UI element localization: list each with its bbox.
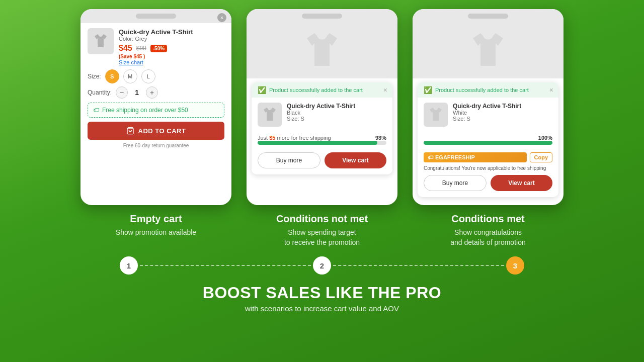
- label-block-3: Conditions met Show congratulationsand d…: [413, 213, 564, 247]
- phone2-popup-actions: Buy more View cart: [252, 152, 392, 174]
- coupon-badge: 🏷 EGAFREESHIP: [424, 152, 527, 162]
- popup2-product: Quick-dry Active T-Shirt Black Size: S: [252, 98, 392, 132]
- phone3-top-bar: [413, 9, 564, 23]
- qty-increase-button[interactable]: +: [146, 86, 158, 99]
- price-current: $45: [119, 44, 132, 53]
- step-3-label: 3: [513, 261, 517, 270]
- phones-section: × Quick-dry Active T-Shirt Color: Grey $…: [0, 0, 644, 205]
- popup2-close-button[interactable]: ×: [383, 86, 387, 94]
- popup2-product-image: [258, 103, 282, 127]
- phone3-popup: ✅ Product successfully added to the cart…: [418, 82, 558, 197]
- phone2-progress-text: Just $5 more for free shipping: [258, 135, 331, 141]
- popup3-product-size: Size: S: [453, 116, 521, 122]
- phone3-mockup: ✅ Product successfully added to the cart…: [413, 9, 564, 205]
- popup3-header: ✅ Product successfully added to the cart…: [418, 82, 558, 98]
- phone1-notch: [136, 14, 176, 19]
- popup3-success-text: Product successfully added to the cart: [435, 87, 529, 93]
- phone3-view-cart-button[interactable]: View cart: [491, 175, 552, 191]
- size-btn-m[interactable]: M: [123, 69, 137, 83]
- popup3-product-image: [424, 103, 448, 127]
- coupon-congrats: Congratulations! You're now applicable t…: [418, 165, 558, 175]
- phone1-close-button[interactable]: ×: [217, 13, 226, 22]
- discount-badge: -50%: [150, 45, 167, 52]
- phone3-progress-percent: 100%: [538, 135, 552, 141]
- product-image: [88, 28, 114, 54]
- popup3-product-color: White: [453, 110, 521, 116]
- phone2-buy-more-button[interactable]: Buy more: [258, 152, 320, 168]
- step-1-circle[interactable]: 1: [120, 256, 138, 275]
- steps-row: 1 2 3: [0, 247, 644, 283]
- label-desc-1: Show promotion available: [80, 228, 231, 238]
- check-icon-3: ✅: [424, 86, 432, 94]
- phone1-top-bar: [80, 9, 231, 23]
- phone3-progress-fill: [424, 141, 552, 145]
- popup3-product-name: Quick-dry Active T-Shirt: [453, 103, 521, 110]
- product-name: Quick-dry Active T-Shirt: [119, 28, 193, 36]
- quantity-section: Quantity: − 1 +: [88, 86, 224, 99]
- price-save: (Save $45 ): [119, 54, 193, 59]
- size-chart-link[interactable]: Size chart: [119, 59, 193, 65]
- step-2-circle[interactable]: 2: [313, 256, 331, 275]
- bottom-cta: BOOST SALES LIKE THE PRO with scenarios …: [0, 283, 644, 313]
- phone2-view-cart-button[interactable]: View cart: [325, 152, 386, 168]
- phone3-progress-row: 100%: [424, 135, 552, 141]
- phone3-progress-area: 100%: [418, 132, 558, 152]
- popup3-close-button[interactable]: ×: [549, 86, 553, 94]
- phone3-bg: [413, 23, 564, 78]
- phone2-mockup: ✅ Product successfully added to the cart…: [247, 9, 397, 205]
- size-btn-l[interactable]: L: [141, 69, 155, 83]
- popup2-product-name: Quick-dry Active T-Shirt: [287, 103, 355, 110]
- phone2-progress-percent: 93%: [375, 135, 386, 141]
- label-block-1: Empty cart Show promotion available: [80, 213, 231, 247]
- qty-decrease-button[interactable]: −: [116, 86, 128, 99]
- size-section: Size: S M L: [88, 69, 224, 83]
- return-text: Free 60-day return guarantee: [88, 143, 224, 148]
- popup2-success-text: Product successfully added to the cart: [269, 87, 363, 93]
- phone3-progress-bar: [424, 141, 552, 145]
- phone2-popup: ✅ Product successfully added to the cart…: [252, 82, 392, 174]
- qty-value: 1: [132, 88, 142, 97]
- label-block-2: Conditions not met Show spending targett…: [247, 213, 397, 247]
- coupon-copy-button[interactable]: Copy: [530, 152, 553, 162]
- popup2-product-size: Size: S: [287, 116, 355, 122]
- labels-section: Empty cart Show promotion available Cond…: [0, 205, 644, 247]
- product-color: Color: Grey: [119, 36, 193, 42]
- qty-label: Quantity:: [88, 89, 112, 96]
- popup3-product-info: Quick-dry Active T-Shirt White Size: S: [453, 103, 521, 122]
- size-label: Size:: [88, 73, 101, 80]
- tag-icon-3: 🏷: [428, 154, 433, 160]
- size-btn-s[interactable]: S: [105, 69, 119, 83]
- phone2-top-bar: [247, 9, 397, 23]
- label-title-3: Conditions met: [413, 213, 564, 225]
- label-desc-3: Show congratulationsand details of promo…: [413, 228, 564, 247]
- phone1-mockup: × Quick-dry Active T-Shirt Color: Grey $…: [80, 9, 231, 205]
- add-to-cart-button[interactable]: ADD TO CART: [88, 122, 224, 140]
- phone2-bg: [247, 23, 397, 78]
- add-to-cart-label: ADD TO CART: [138, 127, 186, 135]
- step-3-circle[interactable]: 3: [506, 256, 524, 275]
- cart-icon: [126, 127, 134, 135]
- phone3-notch: [468, 14, 508, 19]
- price-original: $90: [136, 45, 146, 52]
- popup3-product: Quick-dry Active T-Shirt White Size: S: [418, 98, 558, 132]
- step-dashes-2: [333, 265, 504, 266]
- phone2-progress-row: Just $5 more for free shipping 93%: [258, 135, 386, 141]
- product-info: Quick-dry Active T-Shirt Color: Grey $45…: [119, 28, 193, 65]
- step-2-label: 2: [320, 261, 324, 270]
- step-dashes-1: [140, 265, 311, 266]
- free-shipping-box: 🏷 Free shipping on order over $50: [88, 103, 224, 118]
- label-title-1: Empty cart: [80, 213, 231, 225]
- popup2-product-info: Quick-dry Active T-Shirt Black Size: S: [287, 103, 355, 122]
- free-shipping-text: Free shipping on order over $50: [102, 107, 188, 114]
- check-icon: ✅: [258, 86, 266, 94]
- phone2-progress-area: Just $5 more for free shipping 93%: [252, 132, 392, 152]
- label-desc-2: Show spending targetto receive the promo…: [247, 228, 397, 247]
- phone3-buy-more-button[interactable]: Buy more: [424, 175, 487, 191]
- popup2-header: ✅ Product successfully added to the cart…: [252, 82, 392, 98]
- phone1-content: Quick-dry Active T-Shirt Color: Grey $45…: [80, 23, 231, 153]
- phone3-coupon-row: 🏷 EGAFREESHIP Copy: [418, 152, 558, 165]
- phone2-progress-fill: [258, 141, 377, 145]
- phone2-progress-bar: [258, 141, 386, 145]
- label-title-2: Conditions not met: [247, 213, 397, 225]
- popup2-product-color: Black: [287, 110, 355, 116]
